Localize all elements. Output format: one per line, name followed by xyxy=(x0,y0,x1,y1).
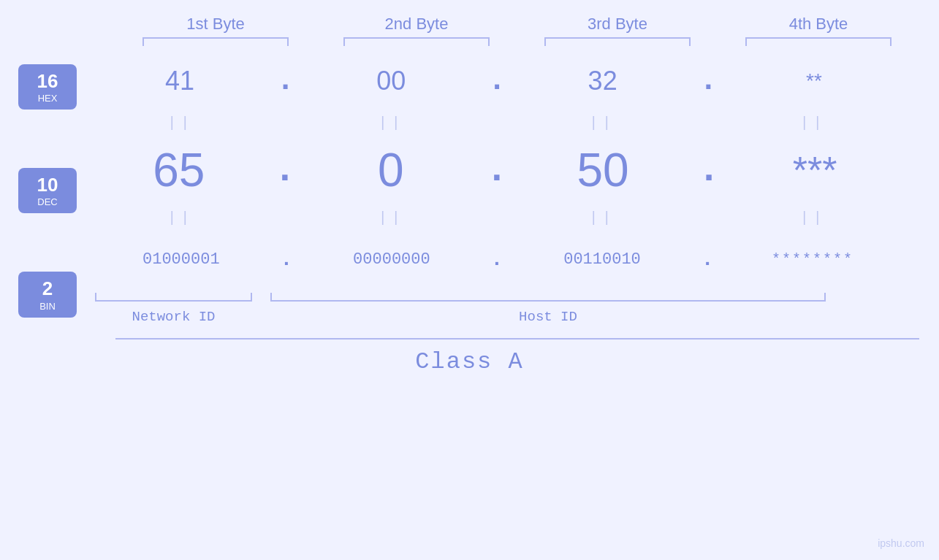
bin-val2: 00000000 xyxy=(319,250,465,269)
hex-val1: 41 xyxy=(107,66,253,96)
hex-dot2: . xyxy=(487,64,506,99)
eq1-3: || xyxy=(529,115,675,131)
byte-headers-row: 1st Byte 2nd Byte 3rd Byte 4th Byte xyxy=(115,15,919,34)
dec-number: 10 xyxy=(28,174,66,196)
class-label-row: Class A xyxy=(68,348,872,375)
bin-val1: 01000001 xyxy=(108,250,254,269)
watermark: ipshu.com xyxy=(878,537,924,549)
dec-val3: 50 xyxy=(530,143,676,197)
class-label: Class A xyxy=(415,348,523,375)
bin-label: BIN xyxy=(28,301,66,312)
equals-row-1: || || || || xyxy=(95,108,899,137)
network-bracket xyxy=(95,293,252,302)
top-brackets xyxy=(115,37,919,46)
dec-val2: 0 xyxy=(318,143,464,197)
byte4-header: 4th Byte xyxy=(738,15,899,34)
dec-dot1: . xyxy=(273,149,296,192)
eq2-1: || xyxy=(107,210,254,226)
dec-val1: 65 xyxy=(106,143,252,197)
byte2-header: 2nd Byte xyxy=(336,15,497,34)
bracket-byte4 xyxy=(745,37,892,46)
hex-dot3: . xyxy=(699,64,718,99)
dec-dot3: . xyxy=(698,149,721,192)
eq1-2: || xyxy=(319,115,465,131)
bracket-byte2 xyxy=(343,37,490,46)
bracket-byte3 xyxy=(544,37,691,46)
bottom-brackets xyxy=(95,293,899,302)
dec-label: DEC xyxy=(28,196,66,207)
eq1-1: || xyxy=(107,115,254,131)
byte3-header: 3rd Byte xyxy=(537,15,698,34)
hex-val3: 32 xyxy=(530,66,676,96)
eq2-3: || xyxy=(529,210,675,226)
hex-val2: 00 xyxy=(318,66,464,96)
host-id-label: Host ID xyxy=(270,309,826,325)
bracket-byte1 xyxy=(142,37,289,46)
byte1-header: 1st Byte xyxy=(135,15,296,34)
bin-dot2: . xyxy=(491,248,503,271)
hex-val4: ** xyxy=(741,69,887,93)
bin-number: 2 xyxy=(28,277,66,300)
equals-row-2: || || || || xyxy=(95,203,899,232)
hex-badge: 16 HEX xyxy=(18,64,77,110)
host-bracket xyxy=(270,293,826,302)
bin-badge: 2 BIN xyxy=(18,272,77,317)
eq2-4: || xyxy=(740,210,886,226)
dec-dot2: . xyxy=(485,149,508,192)
bin-val4: ******** xyxy=(740,251,886,268)
network-id-label: Network ID xyxy=(95,309,252,325)
bin-dot1: . xyxy=(280,248,292,271)
base-labels-column: 16 HEX 10 DEC 2 BIN xyxy=(0,61,95,318)
bottom-labels: Network ID Host ID xyxy=(95,309,899,325)
dec-row: 65 . 0 . 50 . *** xyxy=(95,137,899,203)
eq2-2: || xyxy=(319,210,465,226)
hex-number: 16 xyxy=(28,70,66,93)
hex-row: 41 . 00 . 32 . ** xyxy=(95,53,899,108)
bin-row: 01000001 . 00000000 . 00110010 . *******… xyxy=(95,232,899,287)
data-rows: 41 . 00 . 32 . ** || || || || 65 xyxy=(95,53,939,325)
class-divider xyxy=(115,338,919,340)
hex-label: HEX xyxy=(28,93,66,104)
bin-val3: 00110010 xyxy=(529,250,675,269)
main-container: 1st Byte 2nd Byte 3rd Byte 4th Byte 16 H… xyxy=(0,0,939,560)
eq1-4: || xyxy=(740,115,886,131)
bin-dot3: . xyxy=(702,248,714,271)
dec-badge: 10 DEC xyxy=(18,168,77,213)
hex-dot1: . xyxy=(276,64,294,99)
dec-val4: *** xyxy=(742,148,888,192)
